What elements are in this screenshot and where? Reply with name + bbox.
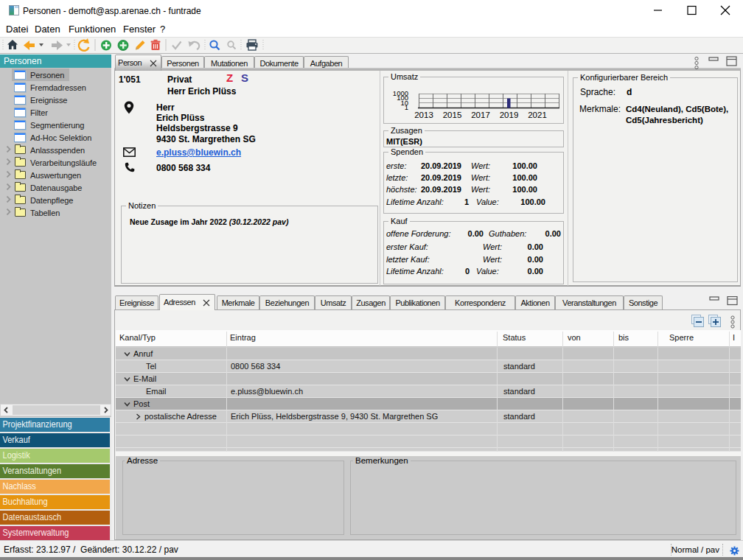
- svg-text:2021: 2021: [528, 111, 547, 119]
- svg-text:2019: 2019: [500, 111, 519, 119]
- svg-text:2015: 2015: [443, 111, 462, 119]
- svg-text:1: 1: [405, 103, 408, 111]
- svg-text:2013: 2013: [414, 111, 433, 119]
- svg-text:2017: 2017: [471, 111, 490, 119]
